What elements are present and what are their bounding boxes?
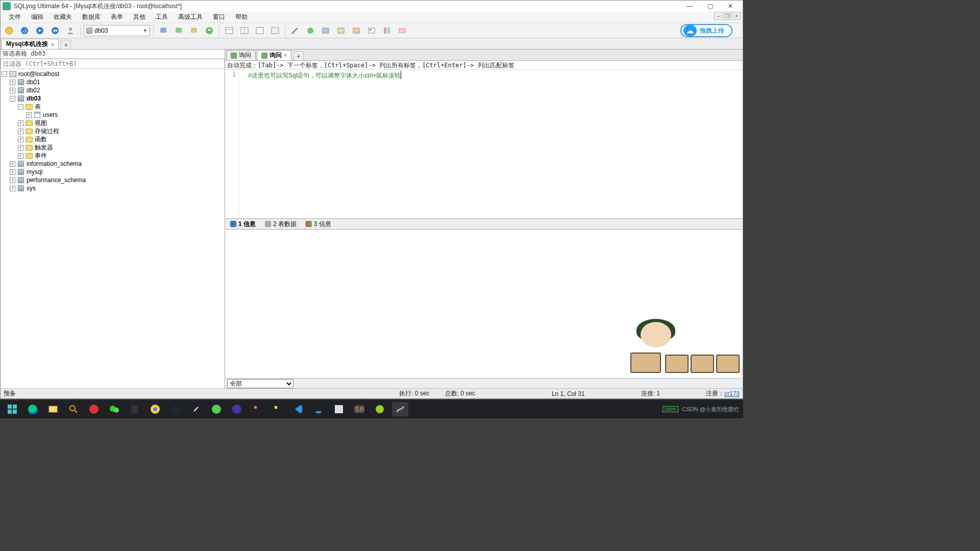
start-button[interactable]: [4, 402, 20, 416]
tree-db[interactable]: db02: [27, 87, 40, 94]
action-icon-3[interactable]: [319, 24, 332, 37]
grid-icon-1[interactable]: [223, 24, 236, 37]
close-button[interactable]: ✕: [720, 1, 741, 11]
chrome-icon[interactable]: [147, 402, 163, 416]
execute-all-icon[interactable]: [48, 24, 62, 37]
mdi-restore-button[interactable]: ❐: [723, 12, 731, 20]
tree-db[interactable]: performance_schema: [27, 177, 86, 184]
query-tab-active[interactable]: 询问 ×: [257, 50, 291, 60]
maximize-button[interactable]: ▢: [700, 1, 720, 11]
app-icon-3[interactable]: [331, 402, 347, 416]
vscode-icon[interactable]: [290, 402, 306, 416]
code-area[interactable]: #这里也可以写Sql语句，可以调整字体大小ctrl+鼠标滚轮: [239, 70, 743, 218]
pycharm-icon[interactable]: [270, 402, 286, 416]
menu-table[interactable]: 表单: [106, 12, 128, 22]
upload-button[interactable]: ☁ 拖拽上传: [680, 24, 732, 37]
app-icon-1[interactable]: [188, 402, 204, 416]
result-tab-tabledata[interactable]: 2 表数据: [263, 219, 299, 229]
tool-icon-1[interactable]: [157, 24, 170, 37]
expand-icon[interactable]: +: [10, 169, 15, 175]
tree-tables-folder[interactable]: 表: [35, 103, 41, 111]
explorer-icon[interactable]: [45, 402, 61, 416]
expand-icon[interactable]: +: [10, 80, 15, 85]
edge-icon[interactable]: [24, 402, 41, 416]
status-reg-link[interactable]: cr173: [724, 390, 740, 397]
action-icon-4[interactable]: [334, 24, 348, 37]
action-icon-1[interactable]: [288, 24, 302, 37]
expand-icon[interactable]: +: [18, 129, 23, 134]
tool-icon-4[interactable]: [203, 24, 216, 37]
menu-other[interactable]: 其他: [128, 12, 151, 22]
mdi-close-button[interactable]: ×: [732, 12, 741, 20]
expand-icon[interactable]: +: [18, 137, 23, 142]
tree-db[interactable]: mysql: [27, 168, 42, 176]
app-icon-5[interactable]: [372, 402, 388, 416]
minimize-button[interactable]: —: [679, 1, 700, 11]
app-icon-4[interactable]: 猎枝: [351, 402, 368, 416]
close-icon[interactable]: ×: [51, 41, 54, 47]
expand-icon[interactable]: +: [10, 178, 15, 183]
tree-db-active[interactable]: db03: [27, 95, 41, 102]
expand-icon[interactable]: +: [10, 88, 15, 93]
app-icon-2[interactable]: [208, 402, 225, 416]
intellij-icon[interactable]: [249, 402, 265, 416]
tree-procedures-folder[interactable]: 存储过程: [35, 127, 59, 136]
expand-icon[interactable]: +: [10, 186, 15, 191]
tree-functions-folder[interactable]: 函数: [35, 135, 47, 144]
execute-icon[interactable]: [33, 24, 46, 37]
result-filter-select[interactable]: 全部: [227, 379, 293, 388]
menu-tools[interactable]: 工具: [151, 12, 173, 22]
add-query-tab-button[interactable]: +: [293, 51, 304, 60]
filter-input[interactable]: [1, 59, 225, 69]
netease-icon[interactable]: [86, 402, 102, 416]
menu-help[interactable]: 帮助: [230, 12, 253, 22]
java-icon[interactable]: [310, 402, 327, 416]
refresh-icon[interactable]: [18, 24, 31, 37]
collapse-icon[interactable]: −: [2, 71, 7, 77]
eclipse-icon[interactable]: [229, 402, 245, 416]
system-tray[interactable]: 100% CSDN @小袁拒绝摆烂: [663, 406, 739, 413]
collapse-icon[interactable]: −: [18, 104, 23, 110]
grid-icon-4[interactable]: [268, 24, 282, 37]
expand-icon[interactable]: +: [18, 145, 23, 151]
tree-triggers-folder[interactable]: 触发器: [35, 143, 53, 152]
tool-icon-2[interactable]: [172, 24, 185, 37]
connection-tab[interactable]: Mysql本机连接 ×: [2, 39, 59, 49]
expand-icon[interactable]: +: [26, 112, 32, 118]
action-icon-8[interactable]: [396, 24, 409, 37]
menu-database[interactable]: 数据库: [77, 12, 106, 22]
epic-icon[interactable]: [127, 402, 143, 416]
query-tab[interactable]: 询问: [226, 50, 256, 60]
tool-icon-3[interactable]: [187, 24, 201, 37]
expand-icon[interactable]: +: [10, 161, 15, 167]
tree-root[interactable]: root@localhost: [18, 70, 59, 78]
grid-icon-3[interactable]: [253, 24, 266, 37]
sqlyog-taskbar-icon[interactable]: [392, 402, 408, 416]
wechat-icon[interactable]: [106, 402, 122, 416]
menu-file[interactable]: 文件: [4, 12, 26, 22]
search-icon[interactable]: [65, 402, 82, 416]
menu-favorites[interactable]: 收藏夹: [48, 12, 77, 22]
action-icon-6[interactable]: [365, 24, 378, 37]
action-icon-2[interactable]: [304, 24, 317, 37]
collapse-icon[interactable]: −: [10, 96, 15, 102]
steam-icon[interactable]: [167, 402, 184, 416]
tree-db[interactable]: information_schema: [27, 160, 82, 167]
mdi-minimize-button[interactable]: –: [714, 12, 722, 20]
grid-icon-2[interactable]: [238, 24, 251, 37]
tree-db[interactable]: sys: [27, 185, 36, 192]
expand-icon[interactable]: +: [18, 120, 23, 126]
action-icon-5[interactable]: [350, 24, 363, 37]
expand-icon[interactable]: +: [18, 153, 23, 159]
tree-table[interactable]: users: [43, 111, 58, 118]
object-tree[interactable]: −root@localhost +db01 +db02 −db03 −表 +us…: [1, 69, 225, 388]
close-icon[interactable]: ×: [284, 53, 287, 58]
tree-db[interactable]: db01: [27, 79, 40, 86]
action-icon-7[interactable]: [380, 24, 394, 37]
result-tab-info2[interactable]: 3 信息: [304, 219, 333, 229]
menu-window[interactable]: 窗口: [208, 12, 230, 22]
user-icon[interactable]: [64, 24, 77, 37]
battery-icon[interactable]: 100%: [663, 406, 678, 412]
menu-powertools[interactable]: 高级工具: [173, 12, 208, 22]
new-connection-icon[interactable]: [3, 24, 16, 37]
